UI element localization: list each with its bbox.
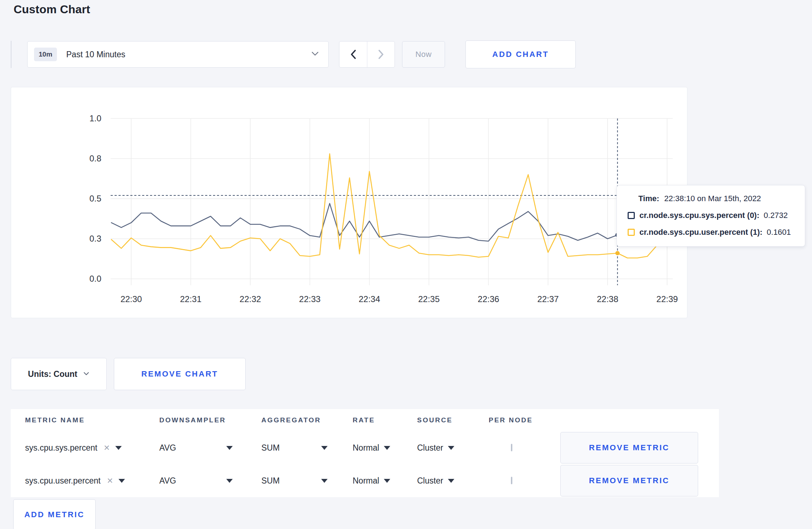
source-value: Cluster (417, 443, 443, 453)
col-header-per-node: PER NODE (489, 416, 560, 424)
series-swatch-sys-icon (628, 212, 635, 219)
chevron-down-icon (83, 371, 90, 377)
caret-down-icon[interactable] (115, 446, 122, 450)
source-select[interactable]: Cluster (417, 443, 489, 453)
aggregator-select[interactable]: SUM (261, 476, 328, 486)
metric-row: sys.cpu.user.percent × AVG SUM Normal Cl… (11, 464, 719, 497)
svg-text:22:36: 22:36 (478, 294, 499, 304)
rate-select[interactable]: Normal (353, 443, 417, 453)
metric-row: sys.cpu.sys.percent × AVG SUM Normal Clu… (11, 431, 719, 464)
svg-text:22:30: 22:30 (120, 294, 142, 304)
svg-text:22:39: 22:39 (656, 294, 678, 304)
downsampler-select[interactable]: AVG (159, 443, 233, 453)
caret-down-icon (226, 479, 233, 483)
per-node-checkbox[interactable] (511, 444, 512, 451)
aggregator-select[interactable]: SUM (261, 443, 328, 453)
toolbar-divider (11, 41, 11, 68)
caret-down-icon (226, 446, 233, 450)
time-back-button[interactable] (339, 42, 367, 67)
svg-text:1.0: 1.0 (90, 113, 101, 123)
units-label: Units: Count (28, 369, 77, 379)
series-swatch-user-icon (628, 229, 635, 236)
caret-down-icon (321, 479, 328, 483)
chart-tooltip: Time: 22:38:10 on Mar 15th, 2022 cr.node… (617, 185, 805, 247)
col-header-rate: RATE (353, 416, 417, 424)
col-header-metric-name: METRIC NAME (25, 416, 159, 424)
tooltip-series-name: cr.node.sys.cpu.sys.percent (0): (639, 211, 759, 220)
svg-text:22:37: 22:37 (537, 294, 559, 304)
svg-text:22:34: 22:34 (359, 294, 380, 304)
time-forward-button[interactable] (367, 42, 395, 67)
rate-select[interactable]: Normal (353, 476, 417, 486)
time-range-badge: 10m (34, 48, 57, 61)
units-dropdown[interactable]: Units: Count (11, 358, 107, 390)
metrics-table-header: METRIC NAME DOWNSAMPLER AGGREGATOR RATE … (11, 409, 719, 431)
metric-name-value[interactable]: sys.cpu.user.percent (25, 476, 101, 486)
time-range-dropdown[interactable]: 10m Past 10 Minutes (27, 41, 329, 68)
add-metric-button[interactable]: ADD METRIC (13, 499, 96, 529)
caret-down-icon[interactable] (119, 479, 125, 483)
rate-value: Normal (353, 443, 379, 453)
downsampler-value: AVG (159, 476, 176, 486)
source-value: Cluster (417, 476, 443, 486)
now-button[interactable]: Now (402, 41, 445, 68)
tooltip-series-value: 0.1601 (767, 228, 791, 237)
svg-text:22:31: 22:31 (180, 294, 202, 304)
downsampler-value: AVG (159, 443, 176, 453)
col-header-downsampler: DOWNSAMPLER (159, 416, 261, 424)
svg-text:22:38: 22:38 (597, 294, 618, 304)
clear-metric-icon[interactable]: × (107, 476, 113, 486)
clear-metric-icon[interactable]: × (104, 443, 110, 453)
tooltip-time-label: Time: (638, 194, 659, 203)
tooltip-time-value: 22:38:10 on Mar 15th, 2022 (664, 194, 761, 203)
metrics-table: METRIC NAME DOWNSAMPLER AGGREGATOR RATE … (11, 409, 719, 497)
svg-text:0.0: 0.0 (90, 274, 101, 283)
aggregator-value: SUM (261, 443, 280, 453)
svg-text:0.5: 0.5 (90, 194, 101, 203)
aggregator-value: SUM (261, 476, 280, 486)
caret-down-icon (448, 479, 454, 483)
add-chart-button[interactable]: ADD CHART (465, 40, 576, 68)
downsampler-select[interactable]: AVG (159, 476, 233, 486)
svg-text:22:32: 22:32 (240, 294, 261, 304)
page-title: Custom Chart (14, 3, 90, 16)
chart-panel: 0.00.30.50.81.022:3022:3122:3222:3322:34… (11, 87, 687, 318)
line-chart[interactable]: 0.00.30.50.81.022:3022:3122:3222:3322:34… (11, 87, 688, 319)
time-nav-group (339, 41, 395, 68)
svg-text:0.3: 0.3 (90, 234, 101, 243)
svg-text:22:35: 22:35 (418, 294, 440, 304)
caret-down-icon (384, 446, 390, 450)
chevron-down-icon (311, 51, 319, 58)
time-range-label: Past 10 Minutes (66, 50, 311, 59)
svg-text:0.8: 0.8 (90, 154, 101, 163)
metric-name-value[interactable]: sys.cpu.sys.percent (25, 443, 97, 453)
caret-down-icon (448, 446, 454, 450)
caret-down-icon (384, 479, 390, 483)
source-select[interactable]: Cluster (417, 476, 489, 486)
per-node-checkbox[interactable] (511, 477, 512, 484)
remove-metric-button[interactable]: REMOVE METRIC (560, 465, 698, 496)
remove-metric-button[interactable]: REMOVE METRIC (560, 432, 698, 464)
tooltip-series-name: cr.node.sys.cpu.user.percent (1): (639, 228, 763, 237)
remove-chart-button[interactable]: REMOVE CHART (114, 358, 246, 390)
col-header-source: SOURCE (417, 416, 489, 424)
rate-value: Normal (353, 476, 379, 486)
svg-text:22:33: 22:33 (299, 294, 320, 304)
col-header-aggregator: AGGREGATOR (261, 416, 353, 424)
caret-down-icon (321, 446, 328, 450)
tooltip-series-value: 0.2732 (764, 211, 788, 220)
